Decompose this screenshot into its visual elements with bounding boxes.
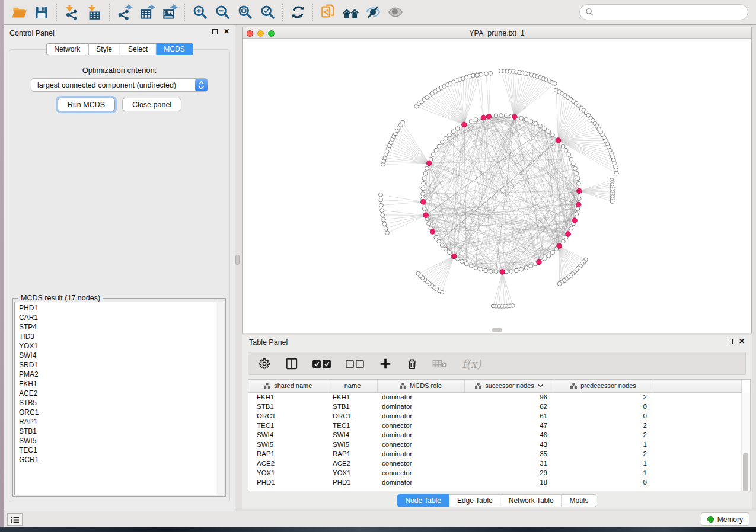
table-row[interactable]: FKH1FKH1dominator962 <box>248 392 742 402</box>
mcds-result-item[interactable]: CAR1 <box>15 313 215 322</box>
graph-node[interactable] <box>422 177 426 181</box>
graph-node[interactable] <box>422 181 426 185</box>
mcds-node[interactable] <box>572 218 578 223</box>
export-image-icon[interactable] <box>160 2 180 23</box>
graph-node[interactable] <box>434 148 438 152</box>
mcds-list-scrollbar[interactable] <box>216 302 224 495</box>
tab-edge-table[interactable]: Edge Table <box>449 494 501 507</box>
mcds-result-item[interactable]: RAP1 <box>15 417 215 427</box>
graph-node[interactable] <box>469 264 473 268</box>
zoom-out-icon[interactable] <box>212 2 232 23</box>
column-header-shared-name[interactable]: shared name <box>248 380 328 392</box>
column-header-successor-nodes[interactable]: successor nodes <box>464 380 554 392</box>
graph-node[interactable] <box>615 171 619 175</box>
mcds-node[interactable] <box>512 114 518 120</box>
table-scrollbar-track[interactable] <box>741 393 750 491</box>
show-all-icon[interactable] <box>385 2 406 23</box>
graph-node[interactable] <box>564 148 568 152</box>
graph-node[interactable] <box>543 257 547 261</box>
graph-node[interactable] <box>380 209 384 213</box>
mcds-node[interactable] <box>430 229 435 235</box>
search-field[interactable] <box>579 4 748 20</box>
table-row[interactable]: ORC1ORC1dominator610 <box>248 411 742 421</box>
column-header-MCDS-role[interactable]: MCDS role <box>377 380 464 392</box>
graph-node[interactable] <box>514 268 518 273</box>
graph-node[interactable] <box>469 120 473 124</box>
graph-node[interactable] <box>444 247 448 251</box>
mcds-node[interactable] <box>576 202 581 207</box>
open-file-icon[interactable] <box>9 2 29 23</box>
tab-motifs[interactable]: Motifs <box>562 494 597 507</box>
divider-handle[interactable] <box>235 255 240 265</box>
graph-node[interactable] <box>551 133 555 137</box>
graph-node[interactable] <box>538 124 543 128</box>
graph-node[interactable] <box>504 114 508 118</box>
graph-node[interactable] <box>479 72 483 76</box>
mcds-node[interactable] <box>486 114 492 119</box>
tab-style[interactable]: Style <box>88 43 120 55</box>
graph-node[interactable] <box>382 222 387 226</box>
mcds-node[interactable] <box>420 199 426 204</box>
table-row[interactable]: SWI5SWI5connector431 <box>248 440 742 449</box>
graph-node[interactable] <box>479 267 483 271</box>
zoom-fit-icon[interactable] <box>235 2 255 23</box>
graph-node[interactable] <box>524 266 528 270</box>
mcds-result-item[interactable]: GCR1 <box>15 455 215 464</box>
show-column-panel-icon[interactable] <box>285 356 298 371</box>
mcds-node[interactable] <box>500 270 505 275</box>
table-row[interactable]: SWI4SWI4dominator462 <box>248 430 742 440</box>
mcds-result-list[interactable]: PHD1CAR1STP4TID3YOX1SWI4SRD1PMA2FKH1ACE2… <box>14 302 224 495</box>
close-panel-icon[interactable]: ✕ <box>224 28 229 34</box>
table-row[interactable]: TEC1TEC1connector472 <box>248 421 742 430</box>
tab-mcds[interactable]: MCDS <box>156 43 193 55</box>
import-network-icon[interactable] <box>62 2 82 23</box>
mcds-result-item[interactable]: SWI5 <box>15 436 215 446</box>
graph-node[interactable] <box>573 166 578 171</box>
mcds-node[interactable] <box>566 232 571 237</box>
table-row[interactable]: ACE2ACE2connector311 <box>248 459 742 468</box>
mcds-result-item[interactable]: STB1 <box>15 427 215 436</box>
mcds-result-item[interactable]: SRD1 <box>15 360 215 370</box>
graph-node[interactable] <box>474 118 478 122</box>
graph-node[interactable] <box>484 268 488 273</box>
graph-node[interactable] <box>401 120 405 124</box>
graph-node[interactable] <box>434 235 438 239</box>
network-canvas[interactable] <box>243 39 751 333</box>
graph-node[interactable] <box>499 114 503 118</box>
graph-node[interactable] <box>529 120 533 124</box>
graph-node[interactable] <box>423 171 428 175</box>
mcds-result-item[interactable]: STP4 <box>15 322 215 332</box>
hide-selected-icon[interactable] <box>363 2 383 23</box>
zoom-selected-icon[interactable] <box>257 2 277 23</box>
graph-node[interactable] <box>524 118 528 122</box>
table-row[interactable]: YOX1YOX1connector291 <box>248 468 742 477</box>
table-scrollbar-thumb[interactable] <box>743 453 748 491</box>
graph-node[interactable] <box>569 226 573 230</box>
graph-node[interactable] <box>440 140 444 145</box>
graph-node[interactable] <box>475 73 479 78</box>
graph-node[interactable] <box>494 114 498 118</box>
mcds-node[interactable] <box>426 161 432 166</box>
mcds-node[interactable] <box>451 254 457 259</box>
graph-node[interactable] <box>561 144 565 148</box>
mcds-node[interactable] <box>577 188 582 194</box>
mcds-result-item[interactable]: SWI4 <box>15 351 215 360</box>
column-settings-gear-icon[interactable] <box>258 356 271 371</box>
graph-node[interactable] <box>422 207 426 211</box>
mcds-result-item[interactable]: ORC1 <box>15 408 215 417</box>
search-input[interactable] <box>594 8 748 17</box>
graph-node[interactable] <box>384 226 388 230</box>
graph-node[interactable] <box>519 267 524 271</box>
first-neighbors-icon[interactable] <box>340 2 361 23</box>
mcds-result-item[interactable]: ACE2 <box>15 389 215 398</box>
graph-node[interactable] <box>519 116 524 120</box>
graph-node[interactable] <box>561 239 565 243</box>
graph-node[interactable] <box>440 243 444 248</box>
mcds-result-item[interactable]: YOX1 <box>15 341 215 351</box>
mcds-result-item[interactable]: STB5 <box>15 398 215 408</box>
run-mcds-button[interactable]: Run MCDS <box>58 98 115 111</box>
graph-node[interactable] <box>575 171 579 175</box>
close-panel-button[interactable]: Close panel <box>122 98 181 111</box>
zoom-in-icon[interactable] <box>190 2 210 23</box>
mcds-node[interactable] <box>556 138 561 143</box>
